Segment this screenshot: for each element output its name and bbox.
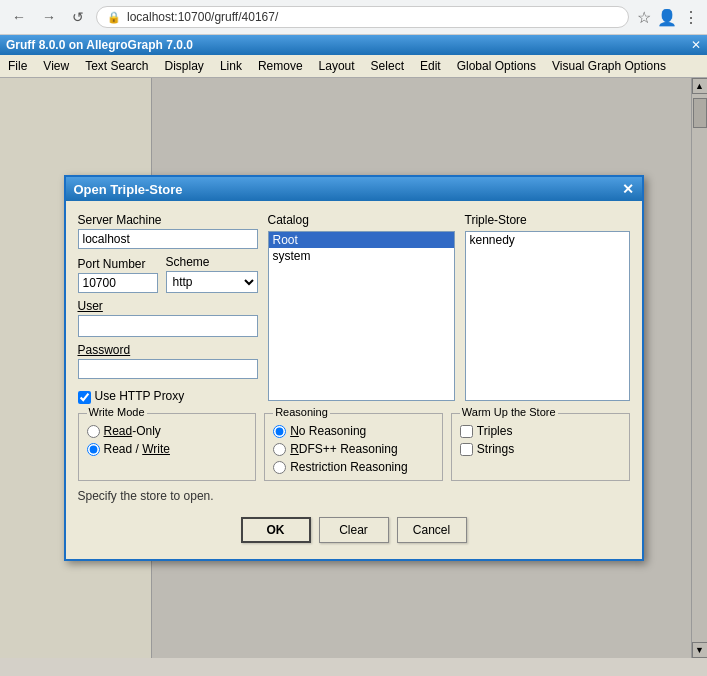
dialog-titlebar: Open Triple-Store ✕	[66, 177, 642, 201]
rdfs-reasoning-label: RDFS++ Reasoning	[290, 442, 397, 456]
menu-view[interactable]: View	[35, 57, 77, 75]
port-number-field: Port Number	[78, 257, 158, 293]
restriction-reasoning-label: Restriction Reasoning	[290, 460, 407, 474]
menu-visual-graph-options[interactable]: Visual Graph Options	[544, 57, 674, 75]
status-text: Specify the store to open.	[78, 489, 630, 503]
strings-checkbox-row: Strings	[460, 442, 621, 456]
user-input[interactable]	[78, 315, 258, 337]
read-only-label: Read-Only	[104, 424, 161, 438]
read-only-radio[interactable]	[87, 425, 100, 438]
catalog-label: Catalog	[268, 213, 455, 227]
warm-up-group: Warm Up the Store Triples Strings	[451, 413, 630, 481]
strings-checkbox[interactable]	[460, 443, 473, 456]
dialog-buttons: OK Clear Cancel	[78, 509, 630, 547]
use-http-proxy-row: Use HTTP Proxy	[78, 389, 258, 405]
strings-label: Strings	[477, 442, 514, 456]
scheme-label: Scheme	[166, 255, 258, 269]
menu-button[interactable]: ⋮	[683, 8, 699, 27]
write-mode-group: Write Mode Read-Only Read / Write	[78, 413, 257, 481]
catalog-listbox[interactable]: Root system	[268, 231, 455, 401]
app-titlebar: Gruff 8.0.0 on AllegroGraph 7.0.0 ✕	[0, 35, 707, 55]
password-field: Password	[78, 343, 258, 379]
app-close-button[interactable]: ✕	[691, 38, 701, 52]
radio-rdfs-reasoning: RDFS++ Reasoning	[273, 442, 434, 456]
triples-label: Triples	[477, 424, 513, 438]
server-machine-label: Server Machine	[78, 213, 258, 227]
reasoning-title: Reasoning	[273, 406, 330, 418]
menu-select[interactable]: Select	[363, 57, 412, 75]
form-center: Catalog Root system	[268, 213, 455, 405]
form-top: Server Machine Port Number Scheme	[78, 213, 630, 405]
lock-icon: 🔒	[107, 11, 121, 24]
triple-store-listbox[interactable]: kennedy	[465, 231, 630, 401]
port-number-input[interactable]	[78, 273, 158, 293]
password-input[interactable]	[78, 359, 258, 379]
menu-display[interactable]: Display	[157, 57, 212, 75]
address-text: localhost:10700/gruff/40167/	[127, 10, 618, 24]
form-right: Triple-Store kennedy	[465, 213, 630, 405]
profile-button[interactable]: 👤	[657, 8, 677, 27]
browser-actions: ☆ 👤 ⋮	[637, 8, 699, 27]
port-scheme-row: Port Number Scheme http https	[78, 255, 258, 293]
dialog-overlay: Open Triple-Store ✕ Server Machine	[0, 78, 707, 658]
restriction-reasoning-radio[interactable]	[273, 461, 286, 474]
form-left: Server Machine Port Number Scheme	[78, 213, 258, 405]
triple-store-label: Triple-Store	[465, 213, 630, 227]
reload-button[interactable]: ↺	[68, 7, 88, 27]
menu-layout[interactable]: Layout	[311, 57, 363, 75]
bookmark-button[interactable]: ☆	[637, 8, 651, 27]
use-http-proxy-label: Use HTTP Proxy	[95, 389, 185, 403]
scheme-field: Scheme http https	[166, 255, 258, 293]
dialog-close-button[interactable]: ✕	[622, 181, 634, 197]
app-title: Gruff 8.0.0 on AllegroGraph 7.0.0	[6, 38, 193, 52]
cancel-button[interactable]: Cancel	[397, 517, 467, 543]
port-number-label: Port Number	[78, 257, 158, 271]
triple-store-item-kennedy[interactable]: kennedy	[466, 232, 629, 248]
scheme-select[interactable]: http https	[166, 271, 258, 293]
form-bottom: Write Mode Read-Only Read / Write	[78, 413, 630, 481]
radio-restriction-reasoning: Restriction Reasoning	[273, 460, 434, 474]
triples-checkbox[interactable]	[460, 425, 473, 438]
app-menubar: File View Text Search Display Link Remov…	[0, 55, 707, 78]
radio-no-reasoning: No Reasoning	[273, 424, 434, 438]
address-bar: 🔒 localhost:10700/gruff/40167/	[96, 6, 629, 28]
catalog-item-root[interactable]: Root	[269, 232, 454, 248]
browser-chrome: ← → ↺ 🔒 localhost:10700/gruff/40167/ ☆ 👤…	[0, 0, 707, 35]
server-machine-field: Server Machine	[78, 213, 258, 249]
user-label: User	[78, 299, 258, 313]
dialog-body: Server Machine Port Number Scheme	[66, 201, 642, 559]
read-write-label: Read / Write	[104, 442, 170, 456]
browser-toolbar: ← → ↺ 🔒 localhost:10700/gruff/40167/ ☆ 👤…	[0, 0, 707, 34]
dialog-title: Open Triple-Store	[74, 182, 183, 197]
triples-checkbox-row: Triples	[460, 424, 621, 438]
rdfs-reasoning-radio[interactable]	[273, 443, 286, 456]
open-triple-store-dialog: Open Triple-Store ✕ Server Machine	[64, 175, 644, 561]
back-button[interactable]: ←	[8, 7, 30, 27]
read-write-radio[interactable]	[87, 443, 100, 456]
app-content: ▲ ▼ Open Triple-Store ✕	[0, 78, 707, 658]
user-field: User	[78, 299, 258, 337]
password-label: Password	[78, 343, 258, 357]
radio-read-write: Read / Write	[87, 442, 248, 456]
warm-up-title: Warm Up the Store	[460, 406, 558, 418]
menu-global-options[interactable]: Global Options	[449, 57, 544, 75]
menu-remove[interactable]: Remove	[250, 57, 311, 75]
menu-link[interactable]: Link	[212, 57, 250, 75]
app-window: Gruff 8.0.0 on AllegroGraph 7.0.0 ✕ File…	[0, 35, 707, 658]
catalog-item-system[interactable]: system	[269, 248, 454, 264]
no-reasoning-label: No Reasoning	[290, 424, 366, 438]
menu-text-search[interactable]: Text Search	[77, 57, 156, 75]
reasoning-group: Reasoning No Reasoning RDFS++ Reasoning	[264, 413, 443, 481]
menu-edit[interactable]: Edit	[412, 57, 449, 75]
server-machine-input[interactable]	[78, 229, 258, 249]
clear-button[interactable]: Clear	[319, 517, 389, 543]
write-mode-title: Write Mode	[87, 406, 147, 418]
ok-button[interactable]: OK	[241, 517, 311, 543]
menu-file[interactable]: File	[0, 57, 35, 75]
use-http-proxy-checkbox[interactable]	[78, 391, 91, 404]
no-reasoning-radio[interactable]	[273, 425, 286, 438]
forward-button[interactable]: →	[38, 7, 60, 27]
radio-read-only: Read-Only	[87, 424, 248, 438]
